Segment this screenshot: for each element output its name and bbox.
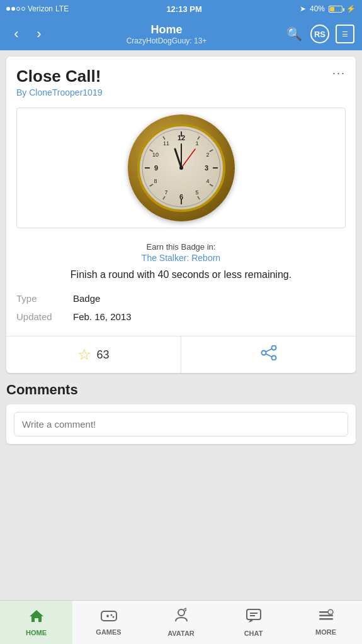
card-footer: ☆ 63 — [6, 336, 356, 373]
games-icon — [100, 609, 118, 626]
tab-home-label: HOME — [26, 629, 47, 636]
tab-chat-label: CHAT — [244, 630, 263, 637]
nav-icons: 🔍 RS ☰ — [285, 25, 354, 43]
svg-text:10: 10 — [152, 152, 158, 158]
type-row: Type Badge — [16, 289, 346, 308]
svg-line-3 — [210, 150, 213, 152]
tab-games[interactable]: GAMES — [72, 601, 145, 644]
share-icon — [260, 345, 278, 364]
card-body: Close Call! By CloneTrooper1019 ··· — [6, 57, 356, 336]
tab-more-label: MORE — [315, 628, 336, 636]
star-icon: ☆ — [77, 346, 91, 364]
card-title-area: Close Call! By CloneTrooper1019 — [16, 67, 102, 97]
nav-title-text: Home — [127, 23, 207, 36]
badge-description: Finish a round with 40 seconds or less r… — [16, 268, 346, 282]
svg-text:5: 5 — [195, 189, 198, 196]
svg-text:···: ··· — [329, 611, 332, 615]
tab-chat[interactable]: CHAT — [217, 601, 290, 644]
author-name[interactable]: CloneTrooper1019 — [29, 87, 102, 97]
forward-button[interactable]: › — [30, 26, 48, 42]
updated-value: Feb. 16, 2013 — [73, 311, 132, 322]
battery-percent: 40% — [310, 4, 325, 13]
svg-rect-43 — [247, 609, 261, 619]
battery-icon — [329, 6, 342, 13]
clock-face: 12 3 6 9 1 2 4 5 7 8 10 11 — [137, 124, 225, 212]
nav-bar: ‹ › Home CrazyHotDogGuuy: 13+ 🔍 RS ☰ — [0, 18, 362, 50]
dot3 — [16, 7, 20, 11]
svg-line-6 — [198, 196, 200, 199]
dot4 — [21, 7, 25, 11]
svg-line-32 — [266, 349, 272, 352]
svg-point-40 — [178, 609, 184, 616]
tab-avatar[interactable]: AVATAR — [145, 601, 217, 644]
svg-line-2 — [198, 136, 200, 140]
earn-badge-game[interactable]: The Stalker: Reborn — [16, 253, 346, 263]
svg-point-29 — [271, 346, 276, 350]
status-time: 12:13 PM — [166, 4, 201, 14]
svg-text:9: 9 — [154, 164, 157, 172]
network-label: LTE — [55, 4, 69, 13]
type-label: Type — [16, 293, 73, 304]
home-icon — [28, 608, 45, 627]
svg-line-9 — [149, 184, 152, 186]
svg-text:4: 4 — [206, 178, 209, 184]
carrier-label: Verizon — [28, 4, 53, 13]
tab-home[interactable]: HOME — [0, 601, 72, 644]
rs-icon[interactable]: RS — [310, 25, 329, 43]
badge-card: Close Call! By CloneTrooper1019 ··· — [6, 57, 356, 373]
battery-fill — [330, 7, 334, 11]
charging-icon: ⚡ — [346, 4, 356, 13]
badge-author-line: By CloneTrooper1019 — [16, 87, 102, 97]
status-right: ➤ 40% ⚡ — [300, 4, 356, 13]
nav-title: Home CrazyHotDogGuuy: 13+ — [127, 23, 207, 45]
tab-more[interactable]: ··· MORE — [290, 601, 362, 644]
back-button[interactable]: ‹ — [8, 26, 25, 42]
chat-icon — [246, 608, 262, 628]
svg-line-33 — [266, 354, 272, 357]
badge-title: Close Call! — [16, 67, 102, 86]
more-options-button[interactable]: ··· — [332, 67, 346, 80]
svg-point-30 — [271, 356, 276, 360]
updated-row: Updated Feb. 16, 2013 — [16, 308, 346, 326]
comment-input[interactable] — [14, 412, 348, 436]
menu-icon[interactable]: ☰ — [336, 25, 354, 43]
type-value: Badge — [73, 293, 100, 304]
share-button[interactable] — [181, 336, 356, 373]
favorite-button[interactable]: ☆ 63 — [6, 336, 181, 373]
svg-point-38 — [110, 614, 112, 616]
badge-image-container: 12 3 6 9 1 2 4 5 7 8 10 11 — [16, 108, 346, 228]
updated-label: Updated — [16, 311, 73, 322]
comment-input-card — [6, 404, 356, 444]
badge-image: 12 3 6 9 1 2 4 5 7 8 10 11 — [128, 114, 235, 221]
svg-text:1: 1 — [195, 140, 198, 147]
svg-line-25 — [175, 149, 181, 168]
more-icon: ··· — [318, 609, 334, 626]
earn-badge-label: Earn this Badge in: — [16, 238, 346, 253]
svg-line-42 — [185, 609, 186, 611]
avatar-icon — [173, 608, 189, 628]
signal-dots — [6, 7, 25, 11]
fav-count: 63 — [96, 348, 109, 362]
dot2 — [11, 7, 15, 11]
svg-point-31 — [261, 351, 266, 355]
location-icon: ➤ — [300, 4, 306, 13]
svg-rect-49 — [319, 618, 333, 620]
dot1 — [6, 7, 10, 11]
svg-text:6: 6 — [179, 193, 183, 201]
svg-text:3: 3 — [204, 164, 208, 172]
status-left: Verizon LTE — [6, 4, 69, 13]
nav-back-fwd: ‹ › — [8, 26, 48, 42]
search-icon[interactable]: 🔍 — [285, 25, 304, 43]
svg-text:12: 12 — [177, 134, 184, 142]
tab-avatar-label: AVATAR — [167, 630, 195, 637]
svg-text:7: 7 — [164, 189, 167, 196]
svg-line-27 — [181, 149, 195, 168]
nav-subtitle: CrazyHotDogGuuy: 13+ — [127, 36, 207, 45]
svg-text:8: 8 — [154, 178, 157, 184]
svg-text:11: 11 — [162, 140, 169, 147]
comments-section: Comments — [6, 382, 356, 444]
svg-line-5 — [210, 184, 213, 186]
svg-text:2: 2 — [206, 152, 209, 158]
card-header: Close Call! By CloneTrooper1019 ··· — [16, 67, 346, 97]
tab-games-label: GAMES — [96, 628, 121, 636]
